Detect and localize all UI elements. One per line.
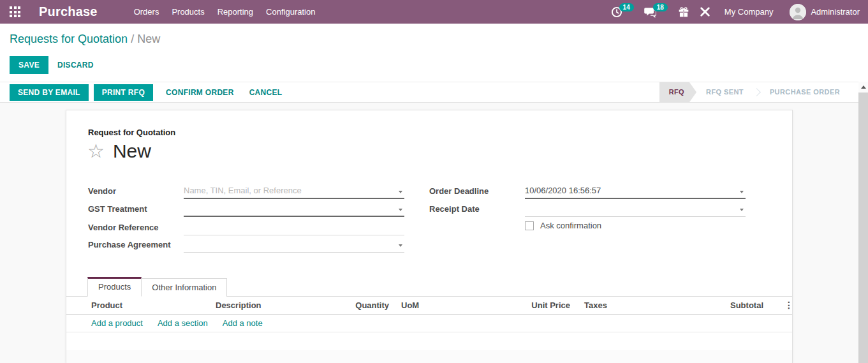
notebook-tabs: Products Other Information: [66, 277, 792, 297]
col-header-unit-price[interactable]: Unit Price: [513, 297, 570, 314]
send-by-email-button[interactable]: SEND BY EMAIL: [10, 84, 89, 101]
menu-products[interactable]: Products: [165, 0, 210, 24]
vendor-reference-input[interactable]: [184, 221, 404, 235]
add-a-product-link[interactable]: Add a product: [91, 318, 143, 328]
order-deadline-input[interactable]: [525, 184, 746, 198]
ask-confirmation-checkbox[interactable]: [525, 221, 534, 230]
activity-count-badge: 14: [619, 3, 634, 11]
optional-columns-icon[interactable]: ⋮: [783, 297, 795, 314]
breadcrumb-separator: /: [131, 33, 134, 45]
menu-configuration[interactable]: Configuration: [260, 0, 321, 24]
breadcrumb: Requests for Quotation / New: [10, 33, 160, 46]
form-action-buttons: SAVE DISCARD: [10, 56, 94, 74]
col-header-quantity[interactable]: Quantity: [332, 297, 389, 314]
user-avatar[interactable]: [790, 4, 806, 20]
purchase-agreement-dropdown-caret-icon[interactable]: [399, 244, 402, 247]
col-header-subtotal[interactable]: Subtotal: [706, 297, 763, 314]
support-tools-button[interactable]: [700, 6, 710, 17]
col-header-taxes[interactable]: Taxes: [584, 297, 607, 314]
gst-treatment-input[interactable]: [184, 202, 404, 216]
top-navbar: Purchase Orders Products Reporting Confi…: [0, 0, 868, 24]
print-rfq-button[interactable]: PRINT RFQ: [94, 84, 153, 101]
stage-purchase-order[interactable]: PURCHASE ORDER: [760, 82, 850, 102]
activities-button[interactable]: 14: [611, 6, 634, 18]
stage-separator-chevron: [753, 88, 761, 96]
vertical-scrollbar[interactable]: [858, 82, 868, 363]
ask-confirmation-row: Ask confirmation: [525, 221, 601, 230]
vendor-reference-label: Vendor Reference: [88, 221, 184, 235]
receipt-date-dropdown-caret-icon[interactable]: [740, 209, 744, 211]
tools-icon: [700, 6, 710, 17]
record-name: New: [113, 140, 151, 162]
discard-button[interactable]: DISCARD: [57, 61, 94, 70]
favorite-star-icon[interactable]: ☆: [87, 142, 105, 161]
user-menu[interactable]: Administrator: [811, 7, 860, 17]
sheet-bottom-area: [66, 350, 792, 363]
ask-confirmation-label: Ask confirmation: [540, 221, 601, 230]
gst-treatment-dropdown-caret-icon[interactable]: [399, 209, 402, 211]
col-header-uom[interactable]: UoM: [401, 297, 419, 314]
record-title-row: ☆ New: [87, 140, 151, 162]
receipt-date-label: Receipt Date: [429, 202, 525, 216]
scroll-up-button[interactable]: [858, 82, 868, 93]
order-deadline-dropdown-caret-icon[interactable]: [740, 191, 744, 193]
vendor-input[interactable]: [184, 184, 404, 198]
lines-table-header: Product Description Quantity UoM Unit Pr…: [66, 297, 792, 315]
add-a-section-link[interactable]: Add a section: [158, 318, 208, 328]
sheet-section-title: Request for Quotation: [88, 128, 175, 137]
col-header-product[interactable]: Product: [91, 297, 122, 314]
messages-button[interactable]: 18: [644, 6, 668, 18]
scroll-up-arrow-icon: [861, 85, 866, 89]
gst-treatment-label: GST Treatment: [88, 202, 184, 216]
stage-rfq[interactable]: RFQ: [659, 82, 696, 102]
company-switcher[interactable]: My Company: [725, 7, 774, 17]
message-count-badge: 18: [653, 3, 668, 11]
add-a-note-link[interactable]: Add a note: [223, 318, 263, 328]
stage-pipeline: RFQ RFQ SENT PURCHASE ORDER: [659, 82, 850, 102]
statusbar: SEND BY EMAIL PRINT RFQ CONFIRM ORDER CA…: [0, 82, 858, 103]
purchase-agreement-input[interactable]: [184, 238, 404, 252]
gift-icon: [678, 6, 689, 18]
vendor-dropdown-caret-icon[interactable]: [399, 191, 402, 193]
control-panel: Requests for Quotation / New SAVE DISCAR…: [0, 24, 868, 82]
gift-button[interactable]: [678, 6, 689, 18]
cancel-button[interactable]: CANCEL: [242, 88, 290, 97]
menu-orders[interactable]: Orders: [128, 0, 166, 24]
purchase-agreement-label: Purchase Agreement: [88, 238, 184, 252]
col-header-description[interactable]: Description: [216, 297, 261, 314]
tab-products[interactable]: Products: [87, 277, 142, 297]
navbar-right: 14 18 My Company Administrator: [601, 4, 868, 20]
form-sheet: Request for Quotation ☆ New Vendor GST T…: [66, 110, 793, 363]
receipt-date-input[interactable]: [525, 202, 746, 216]
order-deadline-label: Order Deadline: [429, 184, 525, 198]
apps-menu-icon[interactable]: [10, 6, 20, 17]
breadcrumb-current: New: [137, 33, 160, 45]
lines-add-row: Add a product Add a section Add a note: [66, 315, 792, 332]
vendor-label: Vendor: [88, 184, 184, 198]
save-button[interactable]: SAVE: [10, 56, 48, 74]
main-menu: Orders Products Reporting Configuration: [128, 0, 322, 24]
app-title[interactable]: Purchase: [39, 4, 98, 19]
menu-reporting[interactable]: Reporting: [211, 0, 260, 24]
confirm-order-button[interactable]: CONFIRM ORDER: [158, 88, 242, 97]
breadcrumb-parent-link[interactable]: Requests for Quotation: [10, 33, 128, 45]
tab-other-information[interactable]: Other Information: [141, 278, 227, 297]
stage-rfq-sent[interactable]: RFQ SENT: [696, 82, 753, 102]
